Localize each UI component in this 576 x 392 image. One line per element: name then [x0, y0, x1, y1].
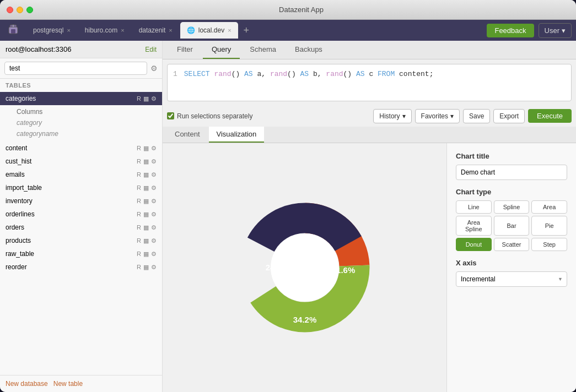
content-tabs: Filter Query Schema Backups [163, 41, 576, 59]
connection-label: root@localhost:3306 [6, 45, 71, 53]
chart-type-donut[interactable]: Donut [456, 238, 492, 251]
query-toolbar: Run selections separately History ▾ Favo… [163, 106, 576, 127]
edit-connection-link[interactable]: Edit [145, 46, 157, 53]
results-tab-visualization[interactable]: Visualization [209, 127, 265, 143]
tab-schema[interactable]: Schema [241, 41, 285, 59]
history-button[interactable]: History ▾ [373, 109, 411, 123]
xaxis-label: X axis [456, 259, 567, 267]
app-logo [4, 21, 22, 39]
chart-type-spline[interactable]: Spline [494, 200, 530, 214]
kw-from: FROM [378, 70, 395, 78]
run-selections-checkbox[interactable] [167, 112, 174, 119]
traffic-lights [7, 7, 33, 13]
table-icons-content: R▦⚙ [137, 145, 157, 152]
run-selections-label: Run selections separately [177, 112, 252, 120]
favorites-button[interactable]: Favorites ▾ [415, 109, 460, 123]
database-dropdown[interactable]: test [4, 62, 147, 75]
sidebar-footer: New database New table [0, 375, 162, 392]
table-name-categories: categories [6, 95, 137, 102]
table-icons-categories: R ▦ ⚙ [137, 95, 157, 102]
chart-type-area[interactable]: Area [531, 200, 567, 214]
kw-as-c: AS [356, 70, 365, 78]
close-button[interactable] [7, 7, 13, 13]
execute-button[interactable]: Execute [528, 109, 572, 123]
donut-chart: 24.2% 41.6% 34.2% [228, 190, 382, 345]
table-item-raw_table[interactable]: raw_table R▦⚙ [0, 247, 162, 260]
table-name-cust_hist: cust_hist [6, 157, 137, 165]
tab-localdev-label: local.dev [198, 26, 224, 34]
query-editor-empty-lines [168, 84, 571, 101]
chart-type-pie[interactable]: Pie [531, 216, 567, 236]
favorites-chevron-icon: ▾ [450, 112, 454, 120]
tab-datazenit-close[interactable]: × [169, 28, 172, 34]
table-name-orderlines: orderlines [6, 210, 137, 218]
tab-hiburo-close[interactable]: × [121, 28, 124, 34]
table-name-orders: orders [6, 224, 137, 231]
table-item-content[interactable]: content R▦⚙ [0, 141, 162, 155]
minimize-button[interactable] [17, 7, 23, 13]
gear-icon-categories: ⚙ [151, 95, 157, 102]
add-tab-button[interactable]: + [239, 23, 254, 39]
user-menu-button[interactable]: User ▾ [539, 23, 572, 38]
table-name-raw_table: raw_table [6, 250, 137, 258]
results-tabs: Content Visualization [163, 127, 576, 143]
content-area: Filter Query Schema Backups 1 SELECT [163, 41, 576, 392]
chart-type-bar[interactable]: Bar [494, 216, 530, 236]
main-area: root@localhost:3306 Edit test ⚙ Tables c… [0, 41, 576, 392]
tab-localdev-close[interactable]: × [228, 28, 231, 34]
tab-datazenit-label: datazenit [139, 26, 166, 34]
chart-type-step[interactable]: Step [531, 238, 567, 251]
chart-area: 24.2% 41.6% 34.2% [163, 143, 446, 393]
column-categoryname[interactable]: categoryname [11, 128, 162, 139]
new-database-button[interactable]: New database [6, 380, 48, 388]
column-category[interactable]: category [11, 117, 162, 128]
results-tab-content[interactable]: Content [167, 127, 208, 143]
columns-list: Columns category categoryname [0, 105, 162, 141]
table-item-categories[interactable]: categories R ▦ ⚙ [0, 92, 162, 105]
db-settings-icon[interactable]: ⚙ [150, 64, 158, 73]
table-item-orders[interactable]: orders R▦⚙ [0, 221, 162, 234]
maximize-button[interactable] [26, 7, 33, 13]
chart-type-line[interactable]: Line [456, 200, 492, 214]
tab-postgresql[interactable]: postgresql × [26, 22, 77, 39]
kw-select: SELECT [184, 70, 210, 78]
tab-datazenit[interactable]: datazenit × [132, 22, 179, 39]
line-number: 1 [173, 69, 177, 80]
kw-as-a: AS [244, 70, 253, 78]
chart-type-area-spline[interactable]: Area Spline [456, 216, 492, 236]
table-item-cust_hist[interactable]: cust_hist R▦⚙ [0, 155, 162, 168]
chart-type-scatter[interactable]: Scatter [494, 238, 530, 251]
fn-rand-b: rand [270, 70, 287, 78]
grid-icon: ▦ [143, 95, 149, 102]
fn-rand-c: rand [326, 70, 343, 78]
table-item-products[interactable]: products R▦⚙ [0, 234, 162, 247]
tab-filter[interactable]: Filter [168, 41, 202, 59]
table-name-inventory: inventory [6, 197, 137, 205]
tab-postgresql-close[interactable]: × [67, 28, 70, 34]
run-selections-row: Run selections separately [167, 112, 370, 120]
tab-hiburo[interactable]: hiburo.com × [78, 22, 131, 39]
table-name-import_table: import_table [6, 184, 137, 192]
table-item-reorder[interactable]: reorder R▦⚙ [0, 260, 162, 274]
query-code[interactable]: SELECT rand() AS a, rand() AS b, rand() … [184, 69, 434, 80]
db-select-row: test ⚙ [0, 58, 162, 79]
save-button[interactable]: Save [463, 109, 490, 123]
table-item-inventory[interactable]: inventory R▦⚙ [0, 194, 162, 208]
chart-title-input[interactable] [456, 165, 567, 180]
table-name-emails: emails [6, 171, 137, 178]
tabbar-right: Feedback User ▾ [487, 23, 572, 38]
visualization-panel: 24.2% 41.6% 34.2% Chart title Chart type… [163, 143, 576, 393]
query-editor[interactable]: 1 SELECT rand() AS a, rand() AS b, rand(… [167, 64, 572, 101]
export-button[interactable]: Export [493, 109, 525, 123]
xaxis-select[interactable]: Incremental [456, 271, 567, 287]
new-table-button[interactable]: New table [53, 380, 83, 388]
tab-backups[interactable]: Backups [286, 41, 331, 59]
feedback-button[interactable]: Feedback [487, 24, 534, 37]
tables-section-label: Tables [0, 79, 162, 92]
tab-localdev[interactable]: 🌐 local.dev × [180, 22, 238, 39]
table-item-import_table[interactable]: import_table R▦⚙ [0, 181, 162, 194]
table-item-orderlines[interactable]: orderlines R▦⚙ [0, 208, 162, 221]
column-header-label: Columns [11, 106, 162, 117]
table-item-emails[interactable]: emails R▦⚙ [0, 168, 162, 181]
tab-query[interactable]: Query [203, 41, 240, 59]
